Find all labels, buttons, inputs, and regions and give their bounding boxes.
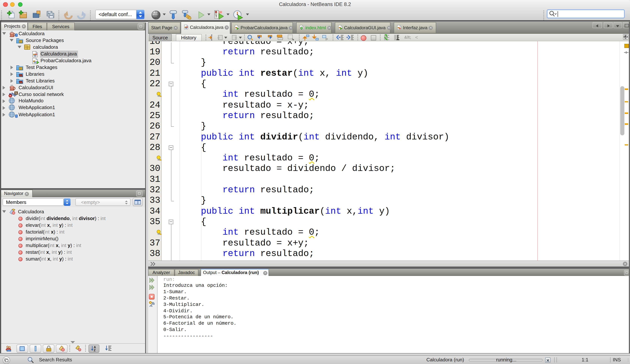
svg-text:Z: Z (94, 349, 96, 352)
svg-text:3: 3 (215, 14, 217, 18)
svg-text:A: A (94, 346, 96, 349)
svg-text:S: S (15, 92, 17, 94)
